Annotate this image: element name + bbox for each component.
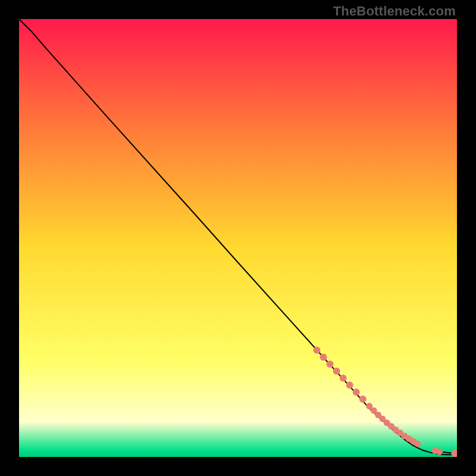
data-point	[333, 368, 340, 375]
data-point	[340, 375, 347, 382]
trend-line	[19, 19, 457, 455]
data-point	[359, 396, 367, 403]
data-point	[346, 381, 353, 389]
curve-layer	[19, 19, 457, 457]
data-point	[313, 346, 320, 353]
data-point	[436, 449, 443, 455]
data-point	[353, 389, 360, 396]
chart-stage: TheBottleneck.com	[0, 0, 476, 476]
plot-area	[19, 19, 457, 457]
data-point	[414, 440, 421, 447]
data-point	[320, 353, 327, 361]
watermark-text: TheBottleneck.com	[333, 4, 456, 19]
data-point	[327, 361, 334, 368]
